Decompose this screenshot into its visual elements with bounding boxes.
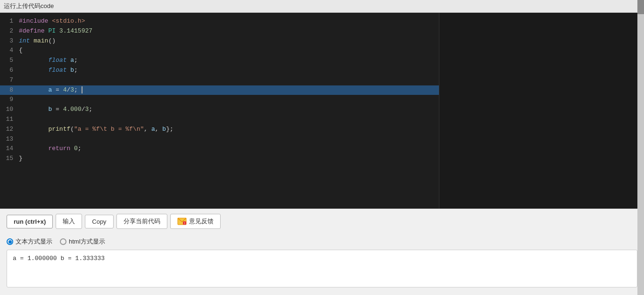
line-number: 3 — [0, 36, 19, 46]
html-mode-label: html方式显示 — [69, 237, 105, 246]
code-line: 10 b = 4.000/3; — [0, 105, 439, 115]
output-area: a = 1.000000 b = 1.333333 — [7, 250, 637, 287]
line-number: 14 — [0, 144, 19, 154]
code-line: 13 — [0, 135, 439, 144]
copy-button[interactable]: Copy — [85, 215, 113, 228]
code-lines: 1#include <stdio.h>2#define PI 3.1415927… — [0, 13, 439, 168]
line-content — [19, 135, 439, 144]
text-mode-label: 文本方式显示 — [16, 237, 52, 246]
html-mode-radio[interactable] — [60, 238, 66, 245]
line-number: 10 — [0, 105, 19, 115]
line-number: 8 — [0, 85, 19, 95]
line-number: 6 — [0, 66, 19, 76]
line-number: 11 — [0, 115, 19, 125]
code-label-bar: 运行上传代码code — [0, 0, 644, 13]
line-number: 15 — [0, 154, 19, 164]
output-options: 文本方式显示 html方式显示 — [0, 234, 644, 250]
line-content: printf("a = %f\t b = %f\n", a, b}; — [19, 125, 439, 135]
line-content: return 0; — [19, 144, 439, 154]
line-content: float a; — [19, 56, 439, 66]
line-number: 5 — [0, 56, 19, 66]
line-content: a = 4/3; — [19, 85, 439, 95]
code-line: 15} — [0, 154, 439, 164]
line-number: 13 — [0, 135, 19, 144]
code-line: 1#include <stdio.h> — [0, 17, 439, 26]
line-number: 4 — [0, 46, 19, 56]
code-line: 6 float b; — [0, 66, 439, 76]
text-mode-option[interactable]: 文本方式显示 — [7, 237, 52, 246]
code-line: 12 printf("a = %f\t b = %f\n", a, b}; — [0, 125, 439, 135]
line-content: { — [19, 46, 439, 56]
share-button[interactable]: 分享当前代码 — [116, 214, 167, 229]
line-content: b = 4.000/3; — [19, 105, 439, 115]
email-icon: ! — [177, 218, 187, 225]
code-label: 运行上传代码code — [4, 2, 54, 10]
line-number: 7 — [0, 76, 19, 85]
page-scrollbar-thumb[interactable] — [637, 0, 644, 14]
code-line: 8 a = 4/3; — [0, 85, 439, 95]
code-line: 14 return 0; — [0, 144, 439, 154]
line-content — [19, 76, 439, 85]
line-content: #define PI 3.1415927 — [19, 26, 439, 36]
text-mode-radio[interactable] — [7, 238, 13, 245]
code-line: 9 — [0, 95, 439, 105]
toolbar: run (ctrl+x) 输入 Copy 分享当前代码 ! 意见反馈 — [0, 209, 644, 234]
html-mode-option[interactable]: html方式显示 — [60, 237, 105, 246]
code-line: 3int main() — [0, 36, 439, 46]
line-content — [19, 115, 439, 125]
run-button[interactable]: run (ctrl+x) — [7, 215, 53, 228]
code-editor-main[interactable]: 1#include <stdio.h>2#define PI 3.1415927… — [0, 13, 439, 209]
code-editor-right — [439, 13, 644, 209]
code-line: 7 — [0, 76, 439, 85]
line-number: 9 — [0, 95, 19, 105]
line-content: float b; — [19, 66, 439, 76]
line-number: 1 — [0, 17, 19, 26]
code-line: 5 float a; — [0, 56, 439, 66]
feedback-label: 意见反馈 — [189, 217, 214, 226]
line-content: } — [19, 154, 439, 164]
output-content: a = 1.000000 b = 1.333333 — [13, 255, 105, 262]
line-content: #include <stdio.h> — [19, 17, 439, 26]
line-number: 2 — [0, 26, 19, 36]
feedback-button[interactable]: ! 意见反馈 — [170, 214, 221, 229]
page-scrollbar[interactable] — [637, 0, 644, 295]
page-wrapper: 运行上传代码code 1#include <stdio.h>2#define P… — [0, 0, 644, 295]
line-number: 12 — [0, 125, 19, 135]
code-line: 11 — [0, 115, 439, 125]
line-content: int main() — [19, 36, 439, 46]
code-line: 2#define PI 3.1415927 — [0, 26, 439, 36]
code-editor-container: 1#include <stdio.h>2#define PI 3.1415927… — [0, 13, 644, 209]
line-content — [19, 95, 439, 105]
input-button[interactable]: 输入 — [56, 214, 82, 229]
code-line: 4{ — [0, 46, 439, 56]
